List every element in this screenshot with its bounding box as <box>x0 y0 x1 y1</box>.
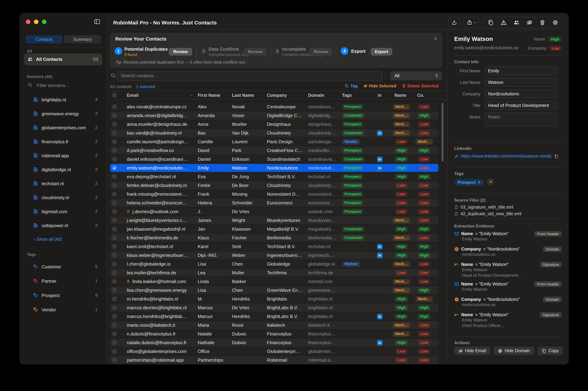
sidebar-item-tag[interactable]: Partner1 <box>24 277 102 286</box>
source-file-item[interactable]: 42_duplicate_old_new_title.eml <box>454 211 521 216</box>
source-file-item[interactable]: 03_signature_with_title.eml <box>454 205 513 210</box>
table-scrollbar[interactable] <box>442 103 443 161</box>
close-window-button[interactable] <box>26 19 30 24</box>
add-tag-button[interactable] <box>487 178 494 185</box>
search-input[interactable] <box>120 73 377 79</box>
row-checkbox[interactable] <box>112 279 117 284</box>
row-checkbox[interactable] <box>112 183 117 188</box>
copy-button[interactable]: Copy <box>537 347 563 355</box>
row-checkbox[interactable] <box>112 209 117 214</box>
field-input-company[interactable] <box>485 90 557 98</box>
column-header-email[interactable]: Email <box>127 93 139 98</box>
table-row[interactable]: maria.rossi@italiatech.itMariaRossiItali… <box>110 321 438 329</box>
row-checkbox[interactable] <box>112 166 117 170</box>
select-all-checkbox[interactable] <box>112 93 117 98</box>
table-row[interactable]: femke.deboer@cloudninety.nlFenkeDe BoerC… <box>110 181 438 189</box>
linkedin-badge[interactable]: in <box>377 130 383 136</box>
table-row[interactable]: eva.dejong@techstart.nlEvaDe JongTechSta… <box>110 173 438 181</box>
sidebar-item-tag[interactable]: Vendor1 <box>24 306 102 314</box>
sidebar-item-domain[interactable]: greenwave.energy3 <box>24 110 102 118</box>
table-row[interactable]: d.park@creativeflow.coDavidParkCreativeF… <box>110 146 438 154</box>
table-row[interactable]: helena.schneider@eurocon…HelenaSchneider… <box>110 199 438 207</box>
import-button[interactable] <box>448 17 460 28</box>
row-checkbox[interactable] <box>112 139 117 144</box>
review-step-button[interactable]: Review <box>169 48 192 56</box>
column-header-company[interactable]: Company <box>267 93 287 98</box>
duplicates-button[interactable] <box>488 19 494 25</box>
sidebar-item-domain[interactable]: cloudninety.nl2 <box>24 194 102 202</box>
row-checkbox[interactable] <box>112 192 117 196</box>
show-all-domains-link[interactable]: › Show all (40) <box>34 237 62 242</box>
row-checkbox[interactable] <box>112 174 117 179</box>
column-header-co-[interactable]: Co. <box>417 93 424 98</box>
column-header-domain[interactable]: Domain <box>308 93 324 98</box>
linkedin-badge[interactable]: in <box>377 156 383 162</box>
linkedin-badge[interactable]: in <box>377 244 383 249</box>
settings-button[interactable] <box>552 19 558 25</box>
row-checkbox[interactable] <box>112 262 117 266</box>
sidebar-toggle-icon[interactable] <box>94 18 100 25</box>
delete-selected-button[interactable]: Delete Selected <box>402 84 438 89</box>
hide-email-button[interactable]: Hide Email <box>454 347 490 355</box>
row-checkbox[interactable] <box>112 288 117 293</box>
sidebar-item-domain[interactable]: globalenterprises.com2 <box>24 124 102 132</box>
detail-tag-pill[interactable]: Prospect ✕ <box>454 179 484 186</box>
column-header-name[interactable]: Name <box>394 93 406 98</box>
table-row[interactable]: l.chen@globaledge.ioLisaChenGlobaledgegl… <box>110 260 438 268</box>
table-row[interactable]: natalie.dubois@financeplus.frNathalieDub… <box>110 339 438 347</box>
table-row[interactable]: linda.bakker@hotmail.comLindaBakkerhotma… <box>110 278 438 286</box>
linkedin-url-link[interactable]: https://www.linkedin.com/in/emilywatson-… <box>461 154 552 159</box>
remove-tag-icon[interactable]: ✕ <box>477 180 481 185</box>
close-icon[interactable] <box>432 36 438 41</box>
row-checkbox[interactable] <box>112 122 117 126</box>
table-row[interactable]: n.dubois@financeplus.frNatalieDuboisFina… <box>110 330 438 338</box>
row-checkbox[interactable] <box>112 227 117 231</box>
table-row[interactable]: k.fischer@berlinmedia.deKlausFischerBerl… <box>110 234 438 242</box>
linkedin-badge[interactable]: in <box>377 314 383 319</box>
tab-contacts[interactable]: Contacts <box>25 35 63 43</box>
sidebar-item-domain[interactable]: financeplus.fr2 <box>24 138 102 146</box>
column-header-last-name[interactable]: Last Name <box>232 93 254 98</box>
hide-domain-button[interactable]: Hide Domain <box>494 347 534 355</box>
table-row[interactable]: j.devries@outlook.comJ.De Vriesoutlook.c… <box>110 207 438 216</box>
filter-select[interactable]: All <box>390 71 442 80</box>
table-row[interactable]: office@globalenterprises.comOfficeGlobal… <box>110 347 438 355</box>
row-checkbox[interactable] <box>112 148 117 153</box>
row-checkbox[interactable] <box>112 305 117 310</box>
sidebar-item-tag[interactable]: Customer5 <box>24 263 102 271</box>
field-input-last-name[interactable] <box>485 78 557 87</box>
table-row[interactable]: m.hendriks@brightlabs.nlM.HendriksBright… <box>110 295 438 303</box>
linkedin-badge[interactable]: in <box>377 252 383 258</box>
field-input-notes[interactable] <box>485 112 557 126</box>
table-row[interactable]: marcus.hendriks@brightlab…MarcusHendriks… <box>110 312 438 320</box>
table-row[interactable]: klaus.weber@ingenieurbuer…Dipl.-ING.Webe… <box>110 251 438 259</box>
table-row[interactable]: lea.muller@techfirma.deLeaMullerTechfirm… <box>110 269 438 277</box>
tag-selected-button[interactable]: Tag <box>345 84 358 89</box>
table-row[interactable]: karel.smit@techstart.nlKarelSmitTechStar… <box>110 242 438 251</box>
table-row[interactable]: j.wright@blueskyventures.c…JamesWrightBl… <box>110 216 438 224</box>
table-row[interactable]: marcus.devries@brightlabs.nlMarcusDe Vri… <box>110 304 438 312</box>
row-checkbox[interactable] <box>112 297 117 301</box>
table-row[interactable]: lisa.chen@greenwave.energyLisaChenGreenW… <box>110 286 438 294</box>
table-row[interactable]: emily.watson@nordicsolutio…EmilyWatsonNo… <box>110 164 438 172</box>
sidebar-item-domain[interactable]: robinmail.app2 <box>24 152 102 160</box>
hidden-button[interactable] <box>526 19 532 25</box>
table-row[interactable]: bas.vandijk@cloudninety.nlBasVan DijkClo… <box>110 129 438 137</box>
export-step-button[interactable]: Export <box>371 48 392 56</box>
row-checkbox[interactable] <box>112 340 117 345</box>
minimize-window-button[interactable] <box>34 19 38 24</box>
row-checkbox[interactable] <box>112 323 117 327</box>
tab-summary[interactable]: Summary <box>64 35 101 43</box>
sidebar-item-domain[interactable]: voltapower.nl2 <box>24 221 102 230</box>
contacts-button[interactable] <box>513 19 519 25</box>
linkedin-badge[interactable]: in <box>377 340 383 345</box>
share-button[interactable] <box>464 17 479 28</box>
trash-button[interactable] <box>539 19 545 25</box>
row-checkbox[interactable] <box>112 200 117 205</box>
sidebar-item-domain[interactable]: brightlabs.nl4 <box>24 96 102 104</box>
linkedin-badge[interactable]: in <box>377 165 383 171</box>
row-checkbox[interactable] <box>112 271 117 275</box>
table-row[interactable]: daniel.eriksson@scandinavi…DanielEriksso… <box>110 155 438 163</box>
zoom-window-button[interactable] <box>42 19 46 24</box>
sidebar-item-domain[interactable]: techstart.nl2 <box>24 180 102 188</box>
